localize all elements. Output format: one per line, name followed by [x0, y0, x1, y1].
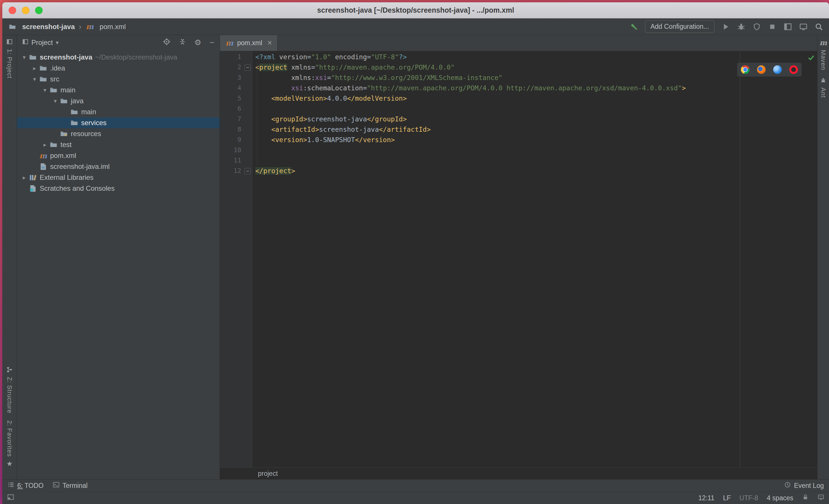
- toolwindow-maven-button[interactable]: m Maven: [820, 35, 827, 74]
- tree-collapsed-arrow-icon[interactable]: ▸: [41, 141, 49, 148]
- line-number[interactable]: 3: [220, 73, 252, 83]
- code-line-7[interactable]: <groupId>screenshot-java</groupId>: [255, 114, 817, 124]
- tree-item-src[interactable]: ▾src: [17, 74, 220, 85]
- tree-item-resources[interactable]: resources: [17, 128, 220, 139]
- toolwindow-favorites-button[interactable]: 2: Favorites ★: [6, 417, 13, 471]
- edge-browser-icon[interactable]: [773, 65, 782, 74]
- toolwindow-project-button[interactable]: 1: Project: [6, 35, 13, 82]
- run-icon[interactable]: [721, 23, 730, 31]
- tree-item-external-libraries[interactable]: ▸External Libraries: [17, 172, 220, 183]
- tree-item-main[interactable]: main: [17, 107, 220, 117]
- zoom-window-button[interactable]: [35, 7, 43, 14]
- toolwindow-todo-button[interactable]: 6: TODO: [7, 481, 43, 490]
- code-token: [255, 115, 271, 123]
- toolwindow-ant-button[interactable]: Ant: [820, 74, 827, 101]
- toolwindow-structure-button[interactable]: Z: Structure: [6, 363, 13, 417]
- event-log-button[interactable]: Event Log: [784, 481, 824, 490]
- tree-expanded-arrow-icon[interactable]: ▾: [30, 76, 39, 83]
- tree-item-screenshot-java[interactable]: ▾screenshot-java~/Desktop/screenshot-jav…: [17, 52, 220, 63]
- line-number[interactable]: 5: [220, 93, 252, 104]
- status-encoding[interactable]: UTF-8: [740, 494, 758, 502]
- tree-item-main[interactable]: ▾main: [17, 85, 220, 95]
- line-number[interactable]: 1: [220, 52, 252, 62]
- breadcrumb-project[interactable]: screenshot-java: [22, 23, 75, 31]
- tree-item--idea[interactable]: ▸.idea: [17, 63, 220, 74]
- chevron-down-icon[interactable]: ▾: [56, 39, 59, 46]
- line-number[interactable]: 6: [220, 104, 252, 114]
- tab-pom-xml[interactable]: m pom.xml ×: [220, 35, 278, 51]
- code-line-4[interactable]: xsi:schemaLocation="http://maven.apache.…: [255, 83, 817, 93]
- code-line-6[interactable]: [255, 104, 817, 114]
- locate-file-icon[interactable]: [163, 38, 171, 47]
- tree-item-scratches-and-consoles[interactable]: Scratches and Consoles: [17, 183, 220, 194]
- tree-item-screenshot-java-iml[interactable]: screenshot-java.iml: [17, 161, 220, 172]
- code-line-8[interactable]: <artifactId>screenshot-java</artifactId>: [255, 124, 817, 134]
- firefox-browser-icon[interactable]: [757, 65, 766, 74]
- breadcrumb-file[interactable]: pom.xml: [100, 23, 126, 31]
- code-editor[interactable]: 12−3456789101112− <?xml version="1.0" en…: [220, 51, 817, 467]
- line-number[interactable]: 8: [220, 124, 252, 134]
- code-line-10[interactable]: [255, 145, 817, 155]
- chrome-browser-icon[interactable]: [741, 65, 750, 74]
- inspections-ok-icon[interactable]: [807, 53, 815, 63]
- line-number[interactable]: 7: [220, 114, 252, 124]
- fold-marker-icon[interactable]: −: [244, 65, 251, 71]
- run-toolbar: Add Configuration...: [629, 21, 823, 33]
- build-hammer-icon[interactable]: [629, 23, 638, 31]
- tree-expanded-arrow-icon[interactable]: ▾: [20, 54, 29, 61]
- code-line-12[interactable]: </project>: [255, 166, 817, 176]
- status-position[interactable]: 12:11: [698, 494, 714, 502]
- add-configuration-button[interactable]: Add Configuration...: [645, 21, 714, 33]
- search-everywhere-icon[interactable]: [815, 23, 823, 31]
- line-number[interactable]: 2−: [220, 62, 252, 73]
- tree-expanded-arrow-icon[interactable]: ▾: [51, 98, 60, 105]
- settings-gear-icon[interactable]: ⚙: [194, 38, 201, 47]
- code-line-2[interactable]: <project xmlns="http://maven.apache.org/…: [255, 62, 817, 73]
- coverage-icon[interactable]: [752, 23, 761, 31]
- code-line-9[interactable]: <version>1.0-SNAPSHOT</version>: [255, 134, 817, 145]
- tree-item-pom-xml[interactable]: mpom.xml: [17, 150, 220, 161]
- tree-item-java[interactable]: ▾java: [17, 95, 220, 107]
- breadcrumb-tag-project[interactable]: project: [258, 470, 278, 477]
- debug-icon[interactable]: [737, 23, 746, 31]
- project-panel-header: Project ▾ ⚙ −: [17, 35, 220, 50]
- fold-marker-icon[interactable]: −: [244, 168, 251, 174]
- code-line-5[interactable]: <modelVersion>4.0.0</modelVersion>: [255, 93, 817, 104]
- line-number[interactable]: 10: [220, 145, 252, 155]
- code-line-11[interactable]: [255, 155, 817, 166]
- line-number[interactable]: 12−: [220, 166, 252, 176]
- tree-item-services[interactable]: services: [17, 117, 220, 128]
- code-line-3[interactable]: xmlns:xsi="http://www.w3.org/2001/XMLSch…: [255, 73, 817, 83]
- tree-expanded-arrow-icon[interactable]: ▾: [41, 87, 49, 93]
- stop-icon[interactable]: [768, 23, 777, 31]
- tree-collapsed-arrow-icon[interactable]: ▸: [30, 65, 39, 72]
- tool-windows-layout-icon[interactable]: [784, 23, 792, 31]
- monitor-icon[interactable]: [799, 23, 808, 31]
- hide-panel-icon[interactable]: −: [209, 38, 214, 47]
- tab-close-icon[interactable]: ×: [267, 39, 272, 47]
- tree-item-path: ~/Desktop/screenshot-java: [95, 53, 177, 61]
- status-indent[interactable]: 4 spaces: [767, 494, 793, 502]
- toolwindow-terminal-button[interactable]: Terminal: [53, 481, 87, 490]
- toolwindow-toggle-icon[interactable]: [7, 493, 14, 503]
- line-number[interactable]: 9: [220, 134, 252, 145]
- close-window-button[interactable]: [9, 7, 16, 14]
- opera-browser-icon[interactable]: [789, 65, 798, 74]
- editor-tab-bar: m pom.xml ×: [220, 35, 817, 51]
- indexing-monitor-icon[interactable]: [818, 494, 824, 502]
- code-token: [287, 64, 291, 71]
- code-token: "1.0": [311, 53, 331, 61]
- project-view-title[interactable]: Project: [31, 39, 53, 47]
- code-token: [255, 94, 271, 102]
- maven-icon: m: [85, 23, 94, 31]
- status-line-ending[interactable]: LF: [723, 494, 731, 502]
- readonly-lock-icon[interactable]: [802, 494, 809, 502]
- tree-item-test[interactable]: ▸test: [17, 139, 220, 150]
- tree-item-label: main: [81, 108, 96, 116]
- tree-collapsed-arrow-icon[interactable]: ▸: [20, 174, 29, 181]
- line-number[interactable]: 4: [220, 83, 252, 93]
- line-number[interactable]: 11: [220, 155, 252, 166]
- code-line-1[interactable]: <?xml version="1.0" encoding="UTF-8"?>: [255, 52, 817, 62]
- minimize-window-button[interactable]: [22, 7, 29, 14]
- collapse-all-icon[interactable]: [179, 38, 186, 47]
